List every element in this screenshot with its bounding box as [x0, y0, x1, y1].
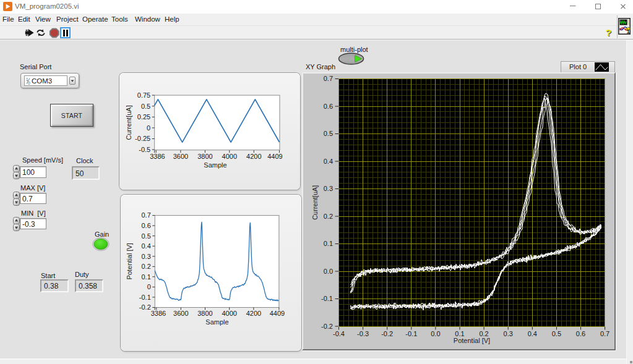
svg-text:-0.2: -0.2 [381, 330, 393, 337]
svg-text:0.5: 0.5 [324, 130, 333, 137]
svg-text:0.3: 0.3 [504, 330, 513, 337]
svg-text:0.1: 0.1 [142, 273, 151, 281]
svg-text:0.5: 0.5 [142, 232, 151, 240]
svg-text:0.5: 0.5 [552, 330, 561, 337]
svg-text:3800: 3800 [197, 153, 212, 160]
svg-text:0.7: 0.7 [324, 75, 333, 82]
svg-text:Current[uA]: Current[uA] [125, 105, 132, 140]
svg-text:0.5: 0.5 [141, 103, 150, 110]
svg-text:3600: 3600 [173, 310, 188, 317]
svg-text:3386: 3386 [151, 310, 166, 317]
svg-text:4000: 4000 [222, 153, 237, 160]
svg-text:0.75: 0.75 [137, 91, 150, 99]
svg-text:-0.1: -0.1 [139, 294, 151, 301]
svg-text:Sample: Sample [205, 318, 228, 326]
svg-text:4200: 4200 [246, 310, 261, 317]
svg-text:0.25: 0.25 [137, 113, 150, 121]
svg-text:0.4: 0.4 [324, 158, 333, 165]
svg-text:3600: 3600 [173, 153, 188, 160]
svg-text:Potential [V]: Potential [V] [126, 243, 134, 279]
svg-text:Sample: Sample [204, 161, 226, 169]
svg-text:0: 0 [28, 81, 30, 85]
svg-text:0.6: 0.6 [576, 330, 585, 337]
svg-text:-0.2: -0.2 [321, 323, 333, 330]
svg-text:0.1: 0.1 [324, 240, 333, 247]
svg-text:0: 0 [147, 283, 151, 290]
svg-text:0: 0 [147, 124, 150, 132]
svg-text:Potential [V]: Potential [V] [454, 337, 490, 344]
svg-text:-0.5: -0.5 [139, 146, 150, 153]
svg-text:0.3: 0.3 [324, 185, 333, 192]
svg-text:0.3: 0.3 [142, 253, 151, 260]
svg-text:4409: 4409 [270, 310, 285, 317]
svg-text:0.2: 0.2 [324, 213, 333, 220]
svg-text:0.0: 0.0 [431, 330, 440, 337]
svg-text:1: 1 [627, 28, 630, 35]
svg-text:0.6: 0.6 [324, 103, 333, 110]
svg-text:3800: 3800 [197, 310, 212, 317]
svg-text:0.4: 0.4 [142, 242, 151, 250]
svg-text:0.6: 0.6 [142, 222, 151, 229]
svg-text:0.2: 0.2 [142, 263, 151, 270]
svg-text:4000: 4000 [222, 310, 236, 317]
svg-text:4200: 4200 [246, 153, 261, 160]
svg-text:-0.1: -0.1 [321, 295, 333, 302]
svg-text:Current[uA]: Current[uA] [311, 185, 319, 220]
svg-text:-0.1: -0.1 [405, 330, 417, 337]
svg-text:0.7: 0.7 [142, 211, 151, 219]
svg-text:-0.3: -0.3 [357, 330, 369, 337]
svg-text:0.7: 0.7 [600, 330, 609, 337]
svg-text:-0.2: -0.2 [139, 303, 151, 311]
svg-text:-0.4: -0.4 [333, 330, 345, 337]
svg-text:3386: 3386 [150, 153, 165, 160]
svg-text:4409: 4409 [267, 153, 282, 160]
svg-text:0.4: 0.4 [528, 330, 537, 337]
svg-text:-0.25: -0.25 [135, 135, 150, 142]
svg-text:0.0: 0.0 [324, 268, 333, 275]
